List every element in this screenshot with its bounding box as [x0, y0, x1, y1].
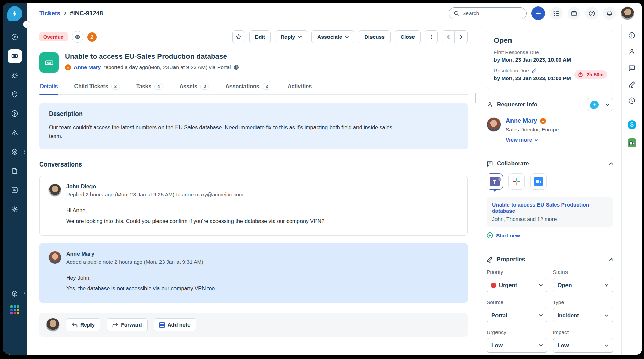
message-author: John Diego: [66, 184, 243, 190]
apps-grid-icon[interactable]: [10, 305, 19, 314]
composer-add-note-button[interactable]: Add note: [154, 318, 196, 331]
urgency-select[interactable]: Low: [487, 338, 547, 353]
tab-count-badge: 2: [200, 83, 209, 90]
sidebar-item-tickets[interactable]: [8, 49, 22, 63]
calendar-button[interactable]: [568, 7, 580, 20]
scrollbar-thumb[interactable]: [475, 93, 476, 103]
tab-child-tickets[interactable]: Child Tickets3: [73, 81, 121, 94]
notes-pencil-icon[interactable]: [629, 81, 635, 88]
watcher-count-badge[interactable]: 2: [87, 32, 97, 42]
ticket-detail-main: Overdue 2 Edit Reply Associate: [27, 24, 478, 355]
info-icon[interactable]: [628, 32, 635, 39]
edit-button[interactable]: Edit: [249, 30, 271, 43]
help-button[interactable]: [585, 7, 598, 20]
message-meta: Added a public note 2 hours ago (Mon, 23…: [66, 259, 204, 265]
breadcrumb-tickets-link[interactable]: Tickets: [39, 10, 60, 17]
composer-reply-button[interactable]: Reply: [66, 318, 100, 331]
new-item-button[interactable]: [531, 6, 545, 20]
discuss-button[interactable]: Discuss: [359, 30, 390, 43]
composer-forward-button[interactable]: Forward: [107, 318, 148, 331]
sidebar-item-dashboard[interactable]: [8, 30, 22, 44]
collab-thread-card: Unable to access EU-Sales Production dat…: [487, 197, 613, 227]
first-response-value: by Mon, 23 Jan 2023, 10:00 AM: [494, 57, 606, 63]
reply-button[interactable]: Reply: [275, 30, 307, 43]
collab-thread-link[interactable]: Unable to access EU-Sales Production dat…: [492, 202, 608, 214]
todo-list-button[interactable]: [550, 7, 563, 20]
sidebar-item-settings[interactable]: [8, 202, 22, 216]
description-body: Our team couldn't access the latest numb…: [49, 123, 394, 141]
star-button[interactable]: [232, 30, 245, 43]
sidebar-item-workspace[interactable]: ⋮: [8, 287, 22, 301]
sidebar-item-contracts[interactable]: [8, 164, 22, 178]
top-bar: Tickets #INC-91248: [27, 3, 642, 24]
chevron-down-icon: [602, 98, 613, 111]
view-more-link[interactable]: View more: [506, 137, 559, 143]
sidebar-item-problems[interactable]: [8, 68, 22, 82]
close-ticket-button[interactable]: Close: [395, 30, 421, 43]
conversations-heading: Conversations: [39, 161, 468, 168]
conversation-message: John Diego Replied 2 hours ago (Mon, 23 …: [39, 176, 468, 236]
ticket-header: Unable to access EU-Sales Production dat…: [39, 52, 468, 73]
next-ticket-button[interactable]: [455, 30, 468, 43]
collapse-section-icon[interactable]: [609, 258, 613, 261]
tab-tasks[interactable]: Tasks4: [136, 81, 164, 94]
search-input[interactable]: [462, 10, 514, 16]
ms-teams-icon: T: [490, 177, 500, 186]
todo-list-icon: [553, 10, 560, 17]
search-icon: [454, 11, 460, 16]
requester-name-link[interactable]: Anne Mary: [74, 64, 101, 70]
requester-avatar: [487, 117, 501, 132]
conversation-icon[interactable]: [628, 65, 635, 72]
assets-kebab-icon[interactable]: ⋮: [22, 151, 27, 152]
tab-details[interactable]: Details: [39, 81, 58, 94]
sidebar-item-assets[interactable]: ⋮: [8, 145, 22, 159]
associate-button[interactable]: Associate: [311, 30, 354, 43]
slack-tile[interactable]: [508, 173, 525, 190]
sidebar-item-automation[interactable]: [8, 107, 22, 120]
reply-composer-bar: Reply Forward Add note: [39, 313, 468, 337]
source-select[interactable]: Portal: [487, 308, 547, 322]
requester-app-selector[interactable]: [587, 98, 613, 111]
skype-icon[interactable]: S: [628, 120, 636, 129]
search-bar[interactable]: [449, 7, 527, 19]
user-avatar[interactable]: [621, 6, 634, 20]
ticket-status: Open: [494, 36, 606, 44]
sidebar-collapse-button[interactable]: ›: [23, 21, 30, 28]
collapse-section-icon[interactable]: [609, 162, 613, 165]
message-body: Hey John, Yes, the database is not acces…: [66, 275, 459, 292]
sidebar-item-analytics[interactable]: [8, 183, 22, 197]
edit-resolution-icon[interactable]: [532, 68, 537, 73]
start-new-collab-button[interactable]: Start new: [487, 232, 613, 239]
plus-icon: [535, 11, 541, 16]
watch-button[interactable]: [72, 31, 83, 43]
sidebar-item-alerts[interactable]: [8, 126, 22, 139]
impact-select[interactable]: Low: [553, 338, 614, 353]
tab-activities[interactable]: Activities: [287, 81, 312, 94]
help-icon: [588, 10, 596, 17]
divider: [487, 151, 613, 151]
avatar: [48, 251, 61, 264]
divider: [626, 112, 638, 112]
zoom-tile[interactable]: [530, 173, 547, 190]
plus-circle-icon: [487, 232, 493, 239]
workspace-kebab-icon[interactable]: ⋮: [22, 293, 27, 294]
more-actions-button[interactable]: ⋮: [425, 30, 438, 43]
bell-icon: [606, 10, 613, 17]
video-call-icon[interactable]: [628, 138, 636, 147]
requester-card: Anne Mary Sales Director, Europe View mo…: [487, 117, 613, 143]
tab-assets[interactable]: Assets2: [179, 81, 210, 94]
status-select[interactable]: Open: [553, 278, 614, 292]
priority-select[interactable]: Urgent: [487, 278, 547, 292]
previous-ticket-button[interactable]: [442, 30, 455, 43]
requester-icon[interactable]: [628, 48, 635, 55]
ticket-side-panel: Open First Response Due by Mon, 23 Jan 2…: [478, 24, 621, 355]
sidebar-item-changes[interactable]: [8, 88, 22, 101]
time-icon[interactable]: [628, 97, 635, 104]
notifications-button[interactable]: [603, 7, 616, 20]
chevron-down-icon: [298, 36, 302, 38]
requester-name-link[interactable]: Anne Mary: [506, 117, 559, 124]
freshworks-logo-icon[interactable]: [7, 6, 22, 21]
type-select[interactable]: Incident: [553, 308, 614, 322]
tab-associations[interactable]: Associations3: [225, 81, 272, 94]
ms-teams-tile[interactable]: T: [487, 173, 503, 190]
